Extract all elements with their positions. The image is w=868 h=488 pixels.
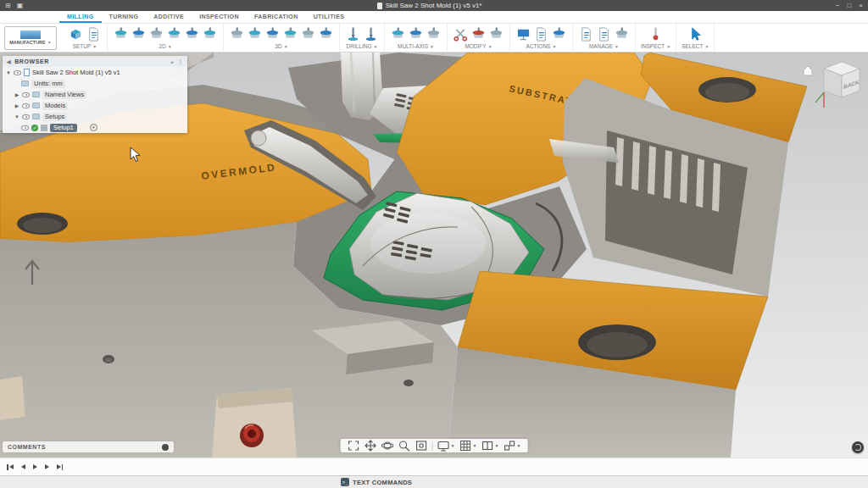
actions-menu[interactable]: ACTIONS▼ (526, 43, 557, 49)
expand-icon[interactable]: ▶ (14, 103, 19, 108)
visibility-eye-icon[interactable] (22, 114, 30, 119)
2d-menu[interactable]: 2D▼ (159, 43, 171, 49)
expand-icon[interactable]: ▼ (14, 114, 19, 119)
home-icon[interactable] (804, 66, 812, 75)
delete-passes-icon[interactable] (470, 26, 487, 42)
comments-bar[interactable]: COMMENTS (3, 441, 174, 452)
simulate-icon[interactable] (515, 26, 531, 42)
zoom-button[interactable] (398, 440, 411, 452)
step-back-button[interactable] (21, 464, 25, 469)
flow-icon[interactable] (426, 26, 442, 42)
visibility-eye-icon[interactable] (21, 125, 29, 130)
2d-trace-icon[interactable] (202, 26, 218, 42)
browser-row-setups[interactable]: ▼ Setups (3, 111, 187, 122)
titlebar: ⊞ ▣ Skill Saw 2 Shot Mold (1) v5 v1* − □… (0, 0, 868, 11)
2d-contour-icon[interactable] (166, 26, 182, 42)
viewport-layout-button[interactable]: ▼ (481, 440, 499, 452)
workspace-selector[interactable]: MANUFACTURE▼ (4, 26, 57, 50)
steps-button[interactable]: ▼ (503, 440, 520, 452)
trim-icon[interactable] (453, 26, 469, 42)
text-commands-icon[interactable] (341, 478, 349, 486)
orbit-button[interactable] (381, 440, 394, 452)
browser-row-root[interactable]: ▼ Skill Saw 2 Shot Mold (1) v5 v1 (3, 67, 187, 78)
3d-scallop-icon[interactable] (300, 26, 316, 42)
dock-icon[interactable]: « (170, 59, 174, 64)
select-cursor-icon[interactable] (687, 26, 704, 42)
app-grid-icon[interactable]: ⊞ (5, 3, 11, 9)
document-icon (24, 69, 30, 76)
2d-pocket-icon[interactable] (148, 26, 164, 42)
3d-parallel-icon[interactable] (282, 26, 298, 42)
2d-adaptive-icon[interactable] (131, 26, 147, 42)
edit-tool-icon[interactable] (488, 26, 504, 42)
comments-label: COMMENTS (8, 444, 46, 450)
visibility-eye-icon[interactable] (22, 103, 30, 108)
setup-menu[interactable]: SETUP▼ (73, 43, 97, 49)
more-icon[interactable]: ⋮ (177, 58, 183, 64)
bore-icon[interactable] (363, 26, 379, 42)
tab-inspection[interactable]: INSPECTION (192, 11, 247, 23)
3d-contour-icon[interactable] (318, 26, 334, 42)
browser-row-setup1[interactable]: ✓ Setup1 + (3, 122, 187, 133)
expand-icon[interactable]: ▼ (6, 70, 11, 75)
assistant-button[interactable] (852, 441, 864, 453)
tab-milling[interactable]: MILLING (59, 11, 102, 23)
browser-title: BROWSER (14, 58, 49, 64)
visibility-eye-icon[interactable] (22, 92, 30, 97)
expand-icon[interactable]: ▶ (14, 92, 19, 97)
drilling-menu[interactable]: DRILLING▼ (347, 43, 378, 49)
add-operation-icon[interactable]: + (90, 124, 97, 131)
window-close-button[interactable]: × (859, 3, 863, 9)
play-button[interactable] (33, 464, 37, 469)
tab-turning[interactable]: TURNING (102, 11, 147, 23)
tab-utilities[interactable]: UTILITIES (306, 11, 353, 23)
go-to-end-button[interactable] (57, 464, 64, 470)
3d-menu[interactable]: 3D▼ (275, 43, 287, 49)
2d-face-icon[interactable] (113, 26, 129, 42)
multiaxis-contour-icon[interactable] (408, 26, 424, 42)
pan-button[interactable] (364, 440, 377, 452)
browser-row-units[interactable]: Units: mm (3, 78, 187, 89)
post-process-icon[interactable] (533, 26, 549, 42)
step-forward-button[interactable] (45, 464, 49, 469)
multiaxis-menu[interactable]: MULTI-AXIS▼ (398, 43, 434, 49)
window-maximize-button[interactable]: □ (847, 3, 851, 9)
text-commands-label[interactable]: TEXT COMMANDS (353, 479, 412, 486)
modify-menu[interactable]: MODIFY▼ (465, 43, 492, 49)
go-to-start-button[interactable] (7, 464, 14, 470)
grid-snap-button[interactable]: ▼ (459, 440, 477, 452)
tool-library-icon[interactable] (578, 26, 594, 42)
new-setup-icon[interactable] (68, 26, 84, 42)
probe-icon[interactable] (648, 26, 664, 42)
collapse-left-icon[interactable]: ◀ (7, 58, 11, 64)
visibility-eye-icon[interactable] (14, 70, 21, 75)
2d-slot-icon[interactable] (184, 26, 200, 42)
save-icon[interactable]: ▣ (17, 3, 24, 9)
tab-additive[interactable]: ADDITIVE (146, 11, 192, 23)
browser-row-models[interactable]: ▶ Models (3, 100, 187, 111)
generate-icon[interactable] (551, 26, 567, 42)
comment-indicator-icon[interactable] (162, 444, 169, 451)
browser-header[interactable]: ◀ BROWSER « ⋮ (3, 56, 187, 67)
3d-steep-icon[interactable] (264, 26, 281, 42)
display-settings-button[interactable]: ▼ (437, 440, 455, 452)
viewport[interactable]: SUBSTRATE (0, 53, 868, 458)
drill-icon[interactable] (345, 26, 361, 42)
inspect-menu[interactable]: INSPECT▼ (641, 43, 670, 49)
manage-menu[interactable]: MANAGE▼ (589, 43, 619, 49)
3d-pocket-icon[interactable] (247, 26, 263, 42)
swarf-icon[interactable] (390, 26, 406, 42)
3d-adaptive-icon[interactable] (229, 26, 245, 42)
setup1-label: Setup1 (50, 124, 77, 132)
nc-program-icon[interactable] (86, 26, 102, 42)
browser-row-named-views[interactable]: ▶ Named Views (3, 89, 187, 100)
window-minimize-button[interactable]: − (836, 3, 840, 9)
look-at-button[interactable] (415, 440, 428, 452)
select-menu[interactable]: SELECT▼ (682, 43, 709, 49)
machine-library-icon[interactable] (614, 26, 630, 42)
tab-fabrication[interactable]: FABRICATION (247, 11, 306, 23)
units-label: Units: mm (31, 80, 65, 88)
viewcube[interactable]: BACK (798, 57, 865, 116)
zoom-fit-button[interactable] (348, 440, 360, 452)
templates-icon[interactable] (596, 26, 612, 42)
